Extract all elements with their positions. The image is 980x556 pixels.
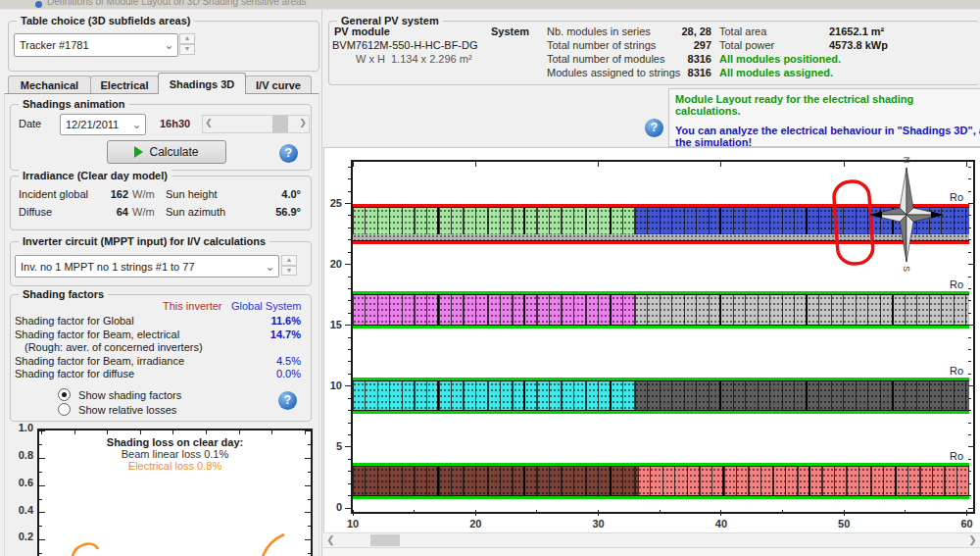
- help-icon[interactable]: ?: [645, 119, 663, 137]
- y-tick: [348, 434, 351, 435]
- y-tick: [968, 423, 971, 424]
- calculate-button[interactable]: Calculate: [107, 140, 226, 164]
- y-tick: [348, 471, 351, 472]
- date-label: Date: [19, 118, 41, 129]
- status-positioned: All modules positioned.: [719, 53, 841, 65]
- tracker-select[interactable]: Tracker #1781 ⌄: [14, 33, 178, 57]
- loss-y-tick: [39, 472, 42, 473]
- spinner-up-icon[interactable]: ▲: [179, 33, 195, 44]
- scroll-right-icon[interactable]: ❯: [965, 533, 980, 548]
- shading-factor-label: Shading factor for Beam, electrical: [15, 329, 179, 340]
- y-tick: [968, 300, 971, 301]
- date-select[interactable]: 12/21/2011 ⌄: [60, 114, 146, 135]
- play-icon: [134, 146, 143, 158]
- y-tick-label: 10: [324, 379, 342, 391]
- time-slider-track[interactable]: [215, 116, 297, 132]
- spinner-down-icon[interactable]: ▼: [281, 266, 297, 277]
- y-tick: [345, 264, 351, 265]
- row-4-modules-left[interactable]: [353, 467, 638, 494]
- spinner-up-icon[interactable]: ▲: [281, 255, 297, 266]
- slider-left-arrow-icon[interactable]: ❮: [203, 116, 215, 132]
- row-4[interactable]: [353, 466, 969, 495]
- help-icon[interactable]: ?: [278, 391, 297, 410]
- inverter-select[interactable]: Inv. no 1 MPPT no 1 strings #1 to 77 ⌄: [15, 255, 279, 278]
- y-tick: [348, 227, 351, 228]
- chevron-down-icon[interactable]: ⌄: [161, 40, 177, 50]
- x-tick: [475, 162, 476, 167]
- x-tick-label: 50: [829, 518, 858, 530]
- svg-text:N: N: [902, 157, 911, 164]
- radio-show-factors-label: Show shading factors: [78, 389, 181, 401]
- tracker-spinner[interactable]: ▲ ▼: [179, 33, 195, 55]
- row-3-modules-right[interactable]: [635, 381, 969, 411]
- tracker-select-value: Tracker #1781: [15, 39, 161, 51]
- x-tick: [353, 162, 354, 167]
- tab-electrical[interactable]: Electrical: [90, 76, 159, 94]
- time-slider[interactable]: ❮ ❯: [202, 115, 310, 133]
- row-4-modules-right[interactable]: [638, 467, 969, 494]
- y-tick: [968, 277, 971, 278]
- row-1-label: Ro: [950, 191, 968, 203]
- slider-right-arrow-icon[interactable]: ❯: [297, 116, 309, 132]
- col-global-system: Global System: [231, 300, 302, 312]
- spinner-down-icon[interactable]: ▼: [179, 44, 195, 55]
- row-2-modules-right[interactable]: [635, 295, 969, 325]
- irr-value-1: 162: [99, 188, 128, 200]
- y-tick: [348, 374, 351, 375]
- y-tick: [968, 374, 971, 375]
- tab-shadings-3d[interactable]: Shadings 3D: [158, 73, 246, 94]
- loss-ytick-2: 0.8: [10, 449, 33, 461]
- scrollbar-track[interactable]: [338, 533, 965, 548]
- system-row-value: 28, 28: [633, 25, 711, 37]
- module-layout-window: Definitions of Module Layout on 3D Shadi…: [0, 0, 980, 556]
- help-icon[interactable]: ?: [279, 144, 298, 163]
- y-tick: [968, 203, 974, 204]
- x-tick: [720, 510, 721, 516]
- time-slider-thumb[interactable]: [272, 116, 288, 132]
- irradiance-group: Irradiance (Clear day model) Incident gl…: [10, 176, 312, 230]
- y-tick: [968, 167, 971, 168]
- radio-selected-icon[interactable]: [58, 388, 71, 401]
- radio-unselected-icon[interactable]: [58, 403, 71, 416]
- y-tick-label: 20: [324, 258, 342, 270]
- irr-label-1: Incident global: [19, 188, 88, 200]
- radio-show-losses[interactable]: Show relative losses: [58, 403, 176, 416]
- x-tick-label: 20: [461, 518, 490, 530]
- shading-factor-value: 14.7%: [256, 329, 301, 340]
- y-tick-label: 5: [324, 440, 342, 452]
- layout-plot-area[interactable]: RoRoRoRo 1020304050600510152025 N S: [323, 147, 980, 533]
- row-3-modules-left[interactable]: [353, 381, 635, 411]
- row-2[interactable]: [353, 294, 969, 326]
- loss-ytick-1: 1.0: [10, 422, 33, 433]
- y-tick: [968, 508, 974, 509]
- x-tick: [966, 162, 967, 167]
- x-tick: [966, 510, 967, 516]
- y-tick: [968, 239, 971, 240]
- loss-y-tick: [308, 499, 311, 500]
- shading-factor-value: 4.5%: [256, 355, 301, 367]
- radio-show-factors[interactable]: Show shading factors: [58, 388, 181, 401]
- chevron-down-icon[interactable]: ⌄: [128, 120, 145, 129]
- shading-factor-value: 0.0%: [256, 368, 301, 379]
- loss-y-tick: [308, 526, 311, 527]
- plot-horizontal-scrollbar[interactable]: ❮ ❯: [323, 532, 980, 548]
- window-title: Definitions of Module Layout on 3D Shadi…: [47, 0, 307, 7]
- scroll-left-icon[interactable]: ❮: [323, 533, 338, 548]
- row-4-frame-line: [353, 496, 969, 499]
- status-assigned: All modules assigned.: [719, 67, 833, 78]
- table-choice-group: Table choice (3D subfields areas) Tracke…: [8, 21, 319, 72]
- y-tick: [348, 410, 351, 411]
- sun-height-value: 4.0°: [256, 188, 301, 200]
- x-tick: [353, 510, 354, 516]
- tab-iv-curve[interactable]: I/V curve: [245, 76, 312, 94]
- loss-y-tick: [39, 512, 45, 513]
- loss-y-tick: [39, 526, 42, 527]
- chevron-down-icon[interactable]: ⌄: [262, 262, 278, 272]
- shadings-animation-group: Shadings animation Date 12/21/2011 ⌄ 16h…: [10, 104, 312, 171]
- y-tick: [968, 483, 971, 484]
- row-2-modules-left[interactable]: [353, 295, 635, 325]
- tab-mechanical[interactable]: Mechanical: [8, 76, 91, 94]
- inverter-spinner[interactable]: ▲ ▼: [281, 255, 297, 276]
- scrollbar-thumb[interactable]: [370, 534, 400, 546]
- row-3[interactable]: [353, 380, 969, 412]
